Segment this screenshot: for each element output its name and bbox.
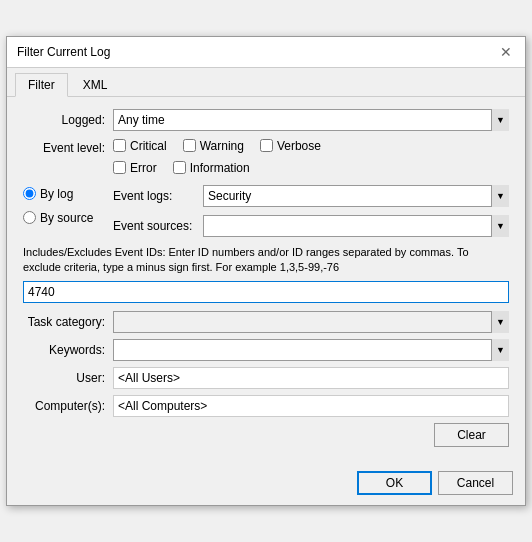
checkbox-warning[interactable]: Warning bbox=[183, 139, 244, 153]
logged-label: Logged: bbox=[23, 113, 113, 127]
user-label: User: bbox=[23, 371, 113, 385]
dialog-title: Filter Current Log bbox=[17, 45, 110, 59]
information-label[interactable]: Information bbox=[190, 161, 250, 175]
title-bar: Filter Current Log ✕ bbox=[7, 37, 525, 68]
verbose-checkbox[interactable] bbox=[260, 139, 273, 152]
information-checkbox[interactable] bbox=[173, 161, 186, 174]
radio-by-log[interactable]: By log bbox=[23, 187, 113, 201]
cancel-button[interactable]: Cancel bbox=[438, 471, 513, 495]
keywords-select[interactable] bbox=[113, 339, 509, 361]
verbose-label[interactable]: Verbose bbox=[277, 139, 321, 153]
tab-filter[interactable]: Filter bbox=[15, 73, 68, 97]
warning-label[interactable]: Warning bbox=[200, 139, 244, 153]
log-source-section: By log By source Event logs: Security ▼ bbox=[23, 185, 509, 237]
user-input[interactable] bbox=[113, 367, 509, 389]
by-source-label[interactable]: By source bbox=[40, 211, 113, 225]
radio-column: By log By source bbox=[23, 185, 113, 225]
logged-row: Logged: Any time Last hour Last 12 hours… bbox=[23, 109, 509, 131]
checkboxes-row1: Critical Warning Verbose bbox=[113, 139, 337, 157]
event-logs-label: Event logs: bbox=[113, 189, 197, 203]
keywords-wrapper[interactable]: ▼ bbox=[113, 339, 509, 361]
critical-label[interactable]: Critical bbox=[130, 139, 167, 153]
filter-dialog: Filter Current Log ✕ Filter XML Logged: … bbox=[6, 36, 526, 507]
keywords-row: Keywords: ▼ bbox=[23, 339, 509, 361]
critical-checkbox[interactable] bbox=[113, 139, 126, 152]
logged-select[interactable]: Any time Last hour Last 12 hours Last 24… bbox=[113, 109, 509, 131]
checkboxes-row2: Error Information bbox=[113, 161, 337, 179]
tab-xml[interactable]: XML bbox=[70, 73, 121, 97]
event-sources-row: Event sources: ▼ bbox=[113, 215, 509, 237]
clear-button[interactable]: Clear bbox=[434, 423, 509, 447]
computer-input[interactable] bbox=[113, 395, 509, 417]
form-content: Logged: Any time Last hour Last 12 hours… bbox=[7, 97, 525, 466]
logged-select-wrapper[interactable]: Any time Last hour Last 12 hours Last 24… bbox=[113, 109, 509, 131]
checkbox-error[interactable]: Error bbox=[113, 161, 157, 175]
user-row: User: bbox=[23, 367, 509, 389]
event-sources-select-wrapper[interactable]: ▼ bbox=[203, 215, 509, 237]
by-log-radio[interactable] bbox=[23, 187, 36, 200]
task-category-wrapper[interactable]: ▼ bbox=[113, 311, 509, 333]
task-category-select[interactable] bbox=[113, 311, 509, 333]
event-id-input[interactable] bbox=[23, 281, 509, 303]
hint-text: Includes/Excludes Event IDs: Enter ID nu… bbox=[23, 245, 509, 276]
computer-row: Computer(s): bbox=[23, 395, 509, 417]
event-fields-column: Event logs: Security ▼ Event sources: bbox=[113, 185, 509, 237]
checkbox-information[interactable]: Information bbox=[173, 161, 250, 175]
ok-button[interactable]: OK bbox=[357, 471, 432, 495]
event-level-row: Event level: Critical Warning Verbose bbox=[23, 139, 509, 179]
error-label[interactable]: Error bbox=[130, 161, 157, 175]
clear-section: Clear bbox=[23, 423, 509, 447]
event-logs-select-wrapper[interactable]: Security ▼ bbox=[203, 185, 509, 207]
event-logs-row: Event logs: Security ▼ bbox=[113, 185, 509, 207]
event-sources-select[interactable] bbox=[203, 215, 509, 237]
bottom-buttons: OK Cancel bbox=[7, 465, 525, 505]
task-category-row: Task category: ▼ bbox=[23, 311, 509, 333]
radio-by-source[interactable]: By source bbox=[23, 211, 113, 225]
task-category-label: Task category: bbox=[23, 315, 113, 329]
event-sources-label: Event sources: bbox=[113, 219, 197, 233]
by-source-radio[interactable] bbox=[23, 211, 36, 224]
checkbox-verbose[interactable]: Verbose bbox=[260, 139, 321, 153]
event-level-label: Event level: bbox=[23, 139, 113, 155]
keywords-label: Keywords: bbox=[23, 343, 113, 357]
checkbox-critical[interactable]: Critical bbox=[113, 139, 167, 153]
error-checkbox[interactable] bbox=[113, 161, 126, 174]
checkboxes-container: Critical Warning Verbose Error bbox=[113, 139, 337, 179]
by-log-label[interactable]: By log bbox=[40, 187, 113, 201]
tab-bar: Filter XML bbox=[7, 68, 525, 97]
computer-label: Computer(s): bbox=[23, 399, 113, 413]
warning-checkbox[interactable] bbox=[183, 139, 196, 152]
event-logs-select[interactable]: Security bbox=[203, 185, 509, 207]
close-button[interactable]: ✕ bbox=[497, 43, 515, 61]
